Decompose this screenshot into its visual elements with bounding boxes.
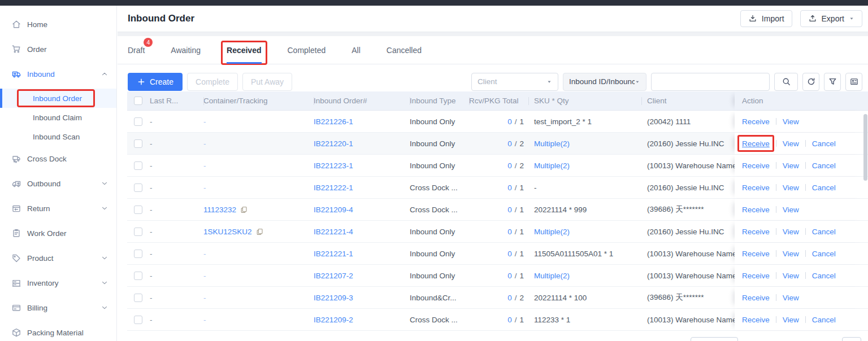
vertical-scrollbar-thumb[interactable] xyxy=(863,114,867,181)
container-tracking-value[interactable]: - xyxy=(203,183,206,192)
filter-button[interactable] xyxy=(824,73,841,91)
action-receive[interactable]: Receive xyxy=(742,316,770,324)
received-count-link[interactable]: 0 xyxy=(507,272,512,280)
row-checkbox[interactable] xyxy=(134,139,142,148)
container-tracking-value[interactable]: 1SKU12SKU2 xyxy=(203,228,252,236)
sku-qty-value[interactable]: 112233 * 1 xyxy=(534,316,570,324)
action-cancel[interactable]: Cancel xyxy=(799,250,836,258)
received-count-link[interactable]: 0 xyxy=(507,316,512,324)
sku-qty-value[interactable]: Multiple(2) xyxy=(534,272,570,280)
inbound-order-link[interactable]: IB221209-4 xyxy=(314,206,353,214)
sku-qty-value[interactable]: 20221114 * 100 xyxy=(534,294,587,302)
export-button[interactable]: Export xyxy=(800,10,862,27)
action-receive[interactable]: Receive xyxy=(742,117,770,126)
sku-qty-value[interactable]: Multiple(2) xyxy=(534,139,570,148)
sidebar-item-inventory[interactable]: Inventory xyxy=(0,270,116,295)
action-cancel[interactable]: Cancel xyxy=(799,161,836,170)
tab-awaiting[interactable]: Awaiting xyxy=(171,36,201,64)
action-receive[interactable]: Receive xyxy=(742,139,770,148)
received-count-link[interactable]: 0 xyxy=(507,206,512,214)
inbound-order-link[interactable]: IB221207-2 xyxy=(314,272,353,280)
container-tracking-value[interactable]: - xyxy=(203,294,206,302)
tab-all[interactable]: All xyxy=(351,36,361,64)
inbound-order-link[interactable]: IB221221-4 xyxy=(314,228,353,236)
row-checkbox[interactable] xyxy=(134,228,142,236)
sku-qty-value[interactable]: test_import_2 * 1 xyxy=(534,117,592,126)
pagination-remnant[interactable] xyxy=(842,337,861,341)
container-tracking-value[interactable]: - xyxy=(203,316,206,324)
sidebar-item-return[interactable]: Return xyxy=(0,196,116,221)
row-checkbox[interactable] xyxy=(134,316,142,324)
container-tracking-value[interactable]: 11123232 xyxy=(203,206,236,214)
action-cancel[interactable]: Cancel xyxy=(799,316,836,324)
sku-qty-value[interactable]: Multiple(2) xyxy=(534,161,570,170)
inbound-order-link[interactable]: IB221220-1 xyxy=(314,139,353,148)
refresh-button[interactable] xyxy=(802,73,819,91)
sidebar-item-work-order[interactable]: Work Order xyxy=(0,221,116,246)
sidebar-item-outbound[interactable]: Outbound xyxy=(0,171,116,196)
action-receive[interactable]: Receive xyxy=(742,250,770,258)
container-tracking-value[interactable]: - xyxy=(203,272,206,280)
action-receive[interactable]: Receive xyxy=(742,228,770,236)
action-view[interactable]: View xyxy=(770,228,799,236)
sidebar-item-order[interactable]: Order xyxy=(0,37,116,62)
received-count-link[interactable]: 0 xyxy=(507,139,512,148)
import-button[interactable]: Import xyxy=(740,10,792,27)
put-away-button[interactable]: Put Away xyxy=(242,73,292,91)
tab-received[interactable]: Received xyxy=(227,36,261,64)
search-button[interactable] xyxy=(774,73,798,91)
sidebar-item-billing[interactable]: Billing xyxy=(0,295,116,320)
copy-icon[interactable] xyxy=(255,228,264,236)
copy-icon[interactable] xyxy=(240,206,248,214)
tab-completed[interactable]: Completed xyxy=(288,36,326,64)
sidebar-item-inbound[interactable]: Inbound xyxy=(0,62,116,86)
client-select[interactable]: Client xyxy=(471,73,558,91)
sidebar-item-inbound-order[interactable]: Inbound Order xyxy=(0,89,116,108)
complete-button[interactable]: Complete xyxy=(187,73,238,91)
action-receive[interactable]: Receive xyxy=(742,206,770,214)
sidebar-item-home[interactable]: Home xyxy=(0,12,116,37)
row-checkbox[interactable] xyxy=(134,183,142,192)
container-tracking-value[interactable]: - xyxy=(203,250,206,258)
action-view[interactable]: View xyxy=(770,294,799,302)
search-input[interactable] xyxy=(651,73,770,91)
action-cancel[interactable]: Cancel xyxy=(799,228,836,236)
container-tracking-value[interactable]: - xyxy=(203,139,206,148)
inbound-order-link[interactable]: IB221222-1 xyxy=(314,183,353,192)
sidebar-item-product[interactable]: Product xyxy=(0,246,116,270)
row-checkbox[interactable] xyxy=(134,272,142,280)
sidebar-item-inbound-claim[interactable]: Inbound Claim xyxy=(0,108,116,127)
action-view[interactable]: View xyxy=(770,272,799,280)
container-tracking-value[interactable]: - xyxy=(203,161,206,170)
action-receive[interactable]: Receive xyxy=(742,161,770,170)
action-view[interactable]: View xyxy=(770,183,799,192)
action-view[interactable]: View xyxy=(770,139,799,148)
search-type-select[interactable]: Inbound ID/Inbounc xyxy=(563,73,646,91)
action-view[interactable]: View xyxy=(770,161,799,170)
select-all-checkbox[interactable] xyxy=(134,97,142,105)
row-checkbox[interactable] xyxy=(134,206,142,214)
create-button[interactable]: Create xyxy=(128,73,183,91)
action-view[interactable]: View xyxy=(770,206,799,214)
inbound-order-link[interactable]: IB221209-2 xyxy=(314,316,353,324)
column-settings-button[interactable] xyxy=(845,73,862,91)
pagination-remnant[interactable] xyxy=(691,337,738,341)
action-receive[interactable]: Receive xyxy=(742,294,770,302)
action-receive[interactable]: Receive xyxy=(742,183,770,192)
sku-qty-value[interactable]: 11505A0111505A01 * 1 xyxy=(534,250,613,258)
tab-draft[interactable]: Draft 4 xyxy=(128,36,145,64)
tab-cancelled[interactable]: Cancelled xyxy=(387,36,422,64)
received-count-link[interactable]: 0 xyxy=(507,183,512,192)
sidebar-item-inbound-scan[interactable]: Inbound Scan xyxy=(0,127,116,146)
sidebar-item-packing-material[interactable]: Packing Material xyxy=(0,320,116,341)
received-count-link[interactable]: 0 xyxy=(507,250,512,258)
action-cancel[interactable]: Cancel xyxy=(799,183,836,192)
inbound-order-link[interactable]: IB221221-1 xyxy=(314,250,353,258)
container-tracking-value[interactable]: - xyxy=(203,117,206,126)
received-count-link[interactable]: 0 xyxy=(507,294,512,302)
row-checkbox[interactable] xyxy=(134,117,142,126)
sidebar-item-cross-dock[interactable]: Cross Dock xyxy=(0,146,116,171)
received-count-link[interactable]: 0 xyxy=(507,117,512,126)
sku-qty-value[interactable]: - xyxy=(534,183,537,192)
received-count-link[interactable]: 0 xyxy=(507,228,512,236)
